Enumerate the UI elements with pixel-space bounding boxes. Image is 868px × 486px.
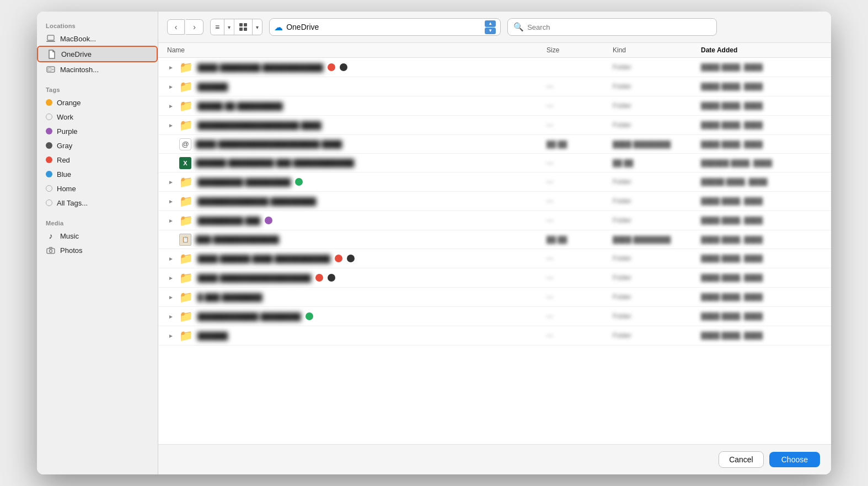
sidebar-item-alltags[interactable]: All Tags... (37, 196, 158, 210)
file-row[interactable]: @ ████ ████████████████████ ████ ██ ██ █… (158, 135, 831, 154)
search-input[interactable] (527, 23, 711, 31)
note-icon: 📋 (179, 234, 191, 246)
file-row-date: ████ ████, ████ (701, 274, 822, 282)
file-row-size: — (546, 255, 613, 262)
file-row[interactable]: ►📁 ████ ██████ ████ ███████████ — Folder… (158, 249, 831, 268)
expand-chevron[interactable]: ► (167, 178, 175, 186)
folder-icon: 📁 (179, 214, 193, 227)
sidebar-item-label-gray: Gray (57, 142, 72, 150)
file-list-header: Name Size Kind Date Added (158, 43, 831, 58)
file-name-text: ████ ████████ ████████████ (197, 63, 323, 72)
folder-icon: 📁 (179, 329, 193, 342)
list-view-button[interactable]: ≡ (211, 19, 224, 35)
grid-view-button[interactable] (234, 19, 252, 35)
file-name-text: ██████ (197, 332, 228, 340)
sidebar-item-red[interactable]: Red (37, 153, 158, 167)
sidebar-item-label-macbook: MacBook... (60, 35, 96, 43)
file-row-size: — (546, 274, 613, 282)
file-name-text: █████ ██ █████████ (197, 102, 283, 110)
file-row-size: — (546, 332, 613, 339)
file-row-kind: Folder (613, 293, 701, 301)
badge-dark (328, 274, 335, 282)
file-row-kind: Folder (613, 178, 701, 186)
file-name-text: ██████████████ █████████ (197, 197, 316, 206)
file-row-name: ►📁 ████████████████████ ████ (167, 118, 546, 132)
expand-chevron[interactable]: ► (167, 274, 175, 282)
file-row-date: ██████ ████, ████ (701, 159, 822, 167)
file-row-kind: ████ ████████ (613, 141, 701, 148)
sidebar-item-purple[interactable]: Purple (37, 124, 158, 138)
expand-chevron[interactable]: ► (167, 332, 175, 339)
file-row-size: ██ ██ (546, 236, 613, 244)
expand-chevron[interactable]: ► (167, 83, 175, 90)
file-row-size: — (546, 293, 613, 301)
file-row-name: ►📁 ████ ██████ ████ ███████████ (167, 252, 546, 265)
file-name-text: ███ █████████████ (196, 235, 279, 244)
expand-chevron[interactable]: ► (167, 102, 175, 110)
sidebar-item-work[interactable]: Work (37, 110, 158, 124)
toolbar: ‹ › ≡ ▾ ▾ (158, 12, 831, 43)
file-row[interactable]: ►📁 ████████████ ████████ — Folder ████ █… (158, 307, 831, 326)
sidebar-item-orange[interactable]: Orange (37, 95, 158, 110)
choose-button[interactable]: Choose (769, 452, 820, 467)
column-header-kind: Kind (613, 46, 701, 54)
file-row-name: ►📁 ██████████████ █████████ (167, 195, 546, 208)
forward-button[interactable]: › (186, 19, 203, 35)
file-row[interactable]: ►📁 ██████ — Folder ████ ████, ████ (158, 326, 831, 345)
red-dot (46, 156, 52, 163)
list-view-dropdown[interactable]: ▾ (224, 19, 234, 35)
expand-chevron[interactable]: ► (167, 293, 175, 301)
folder-icon: 📁 (179, 99, 193, 112)
file-name-text: █ ███ ████████ (197, 293, 262, 301)
file-row[interactable]: ►📁 ██████ — Folder ████ ████, ████ (158, 77, 831, 96)
file-row-kind: Folder (613, 255, 701, 262)
grid-view-dropdown[interactable]: ▾ (252, 19, 262, 35)
file-row[interactable]: ►📁 █████████ █████████ — Folder █████ ██… (158, 172, 831, 192)
sidebar-item-music[interactable]: ♪ Music (37, 229, 158, 243)
sidebar-item-macintosh[interactable]: Macintosh... (37, 62, 158, 77)
file-row[interactable]: ►📁 ██████████████ █████████ — Folder ███… (158, 192, 831, 211)
file-row[interactable]: ►📁 █ ███ ████████ — Folder ████ ████, ██… (158, 288, 831, 307)
folder-icon: 📁 (179, 310, 193, 323)
sidebar-item-macbook[interactable]: MacBook... (37, 31, 158, 46)
location-stepper[interactable]: ▲ ▼ (485, 19, 496, 35)
file-row[interactable]: ►📁 ████ ████████ ████████████ Folder ███… (158, 58, 831, 77)
file-row[interactable]: 📋 ███ █████████████ ██ ██ ████ ████████ … (158, 230, 831, 249)
expand-chevron[interactable]: ► (167, 197, 175, 205)
stepper-down[interactable]: ▼ (485, 28, 496, 34)
file-row[interactable]: X ██████ █████████ ███ ████████████ — ██… (158, 154, 831, 172)
file-name-text: █████████ █████████ (197, 178, 291, 186)
file-row-date: ████ ████, ████ (701, 236, 822, 244)
file-row-date: ████ ████, ████ (701, 255, 822, 262)
expand-chevron[interactable]: ► (167, 63, 175, 71)
sidebar-section-media: Media ♪ Music Photos (37, 215, 158, 257)
stepper-up[interactable]: ▲ (485, 20, 496, 27)
expand-chevron[interactable]: ► (167, 255, 175, 262)
sidebar-item-blue[interactable]: Blue (37, 167, 158, 181)
file-row-size: — (546, 121, 613, 129)
cancel-button[interactable]: Cancel (719, 451, 764, 468)
file-row-name: ►📁 █████████ █████████ (167, 175, 546, 188)
main-panel: ‹ › ≡ ▾ ▾ (158, 12, 831, 474)
file-row[interactable]: ►📁 ████████████████████ ████ — Folder ██… (158, 116, 831, 135)
sidebar-item-label-alltags: All Tags... (57, 199, 88, 207)
sidebar-item-label-home: Home (57, 185, 76, 193)
sidebar-item-home[interactable]: Home (37, 181, 158, 196)
expand-chevron[interactable]: ► (167, 312, 175, 320)
sidebar-item-gray[interactable]: Gray (37, 138, 158, 153)
svg-rect-8 (244, 23, 247, 26)
expand-chevron[interactable]: ► (167, 121, 175, 129)
work-dot (46, 114, 52, 120)
sidebar-item-onedrive[interactable]: OneDrive (37, 46, 158, 62)
back-button[interactable]: ‹ (167, 19, 185, 35)
expand-chevron[interactable]: ► (167, 217, 175, 224)
badge-green (295, 178, 303, 186)
location-bar-inner: ☁ OneDrive (274, 22, 481, 33)
file-row-name: ►📁 ██████ (167, 329, 546, 342)
sidebar-item-photos[interactable]: Photos (37, 243, 158, 257)
orange-dot (46, 99, 52, 106)
file-row[interactable]: ►📁 █████ ██ █████████ — Folder ████ ████… (158, 96, 831, 116)
grid-icon (239, 23, 248, 31)
file-row[interactable]: ►📁 ████ ██████████████████ — Folder ████… (158, 268, 831, 288)
file-row[interactable]: ►📁 █████████ ███ — Folder ████ ████, ███… (158, 211, 831, 230)
